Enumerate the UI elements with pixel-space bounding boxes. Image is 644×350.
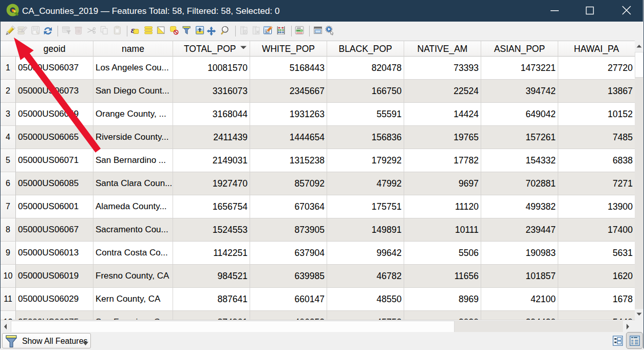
svg-text:ε: ε (131, 25, 135, 35)
